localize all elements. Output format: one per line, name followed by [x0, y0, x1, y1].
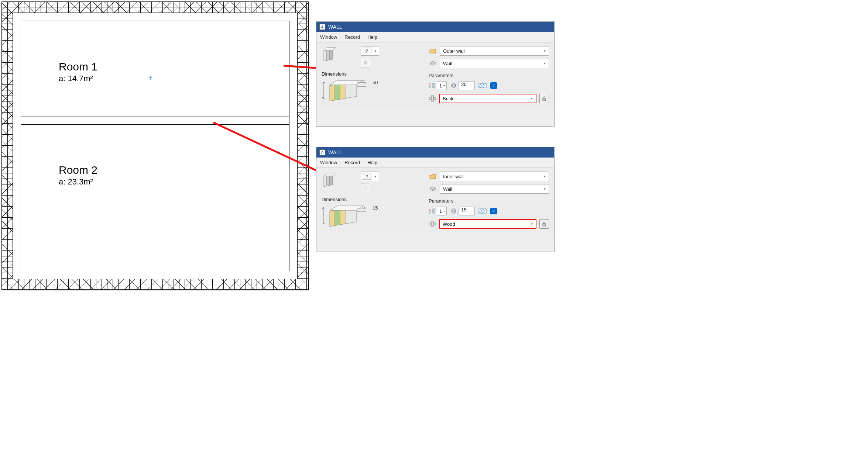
svg-rect-14 [335, 84, 340, 100]
svg-rect-39 [324, 176, 327, 187]
wall-type-dropdown[interactable]: Inner wall ▾ [440, 172, 549, 181]
layer-dropdown[interactable]: Wall ▾ [440, 59, 549, 68]
layer-count-value: 1 [439, 83, 442, 89]
help-dropdown[interactable]: ? ▾ [361, 172, 379, 181]
svg-text:2: 2 [429, 211, 430, 214]
material-dropdown[interactable]: Wood ▾ [439, 219, 536, 229]
svg-rect-37 [433, 97, 436, 100]
room2-name: Room 2 [59, 164, 97, 176]
menu-record[interactable]: Record [344, 160, 360, 165]
dimensions-label: Dimensions [322, 197, 421, 202]
svg-rect-70 [431, 221, 433, 227]
menu-window[interactable]: Window [320, 34, 337, 40]
layers-icon [429, 186, 437, 192]
hatch-checkbox[interactable]: ✓ [490, 82, 497, 89]
wall-panel-outer: A WALL Window Record Help ? [316, 21, 555, 127]
svg-rect-60 [433, 209, 435, 213]
wall-type-value: Inner wall [443, 174, 464, 179]
panel-body: ? ▾ Dimensions [316, 42, 554, 108]
chevron-down-icon: ▾ [372, 175, 379, 178]
svg-rect-25 [433, 83, 435, 88]
svg-rect-48 [330, 210, 335, 227]
svg-rect-15 [340, 83, 345, 99]
joint-icon [429, 95, 436, 102]
vertical-dimension-icon [322, 80, 326, 101]
wall-layers-icon [328, 205, 369, 227]
material-value: Brick [443, 96, 453, 101]
svg-rect-40 [327, 175, 330, 186]
svg-marker-55 [430, 187, 436, 190]
titlebar[interactable]: A WALL [316, 147, 554, 158]
lock-icon [542, 221, 546, 227]
room2-label-group: Room 2 a: 23.3m² [59, 164, 97, 187]
app-icon: A [319, 149, 325, 155]
wall-element-icon [322, 46, 338, 62]
question-icon: ? [362, 173, 371, 180]
wall-type-dropdown[interactable]: Outer wall ▾ [440, 46, 549, 56]
menubar: Window Record Help [316, 32, 554, 42]
parameters-label: Parameters [429, 73, 549, 78]
chevron-down-icon: ▾ [531, 97, 533, 100]
thickness-value: 20 [461, 82, 466, 87]
svg-marker-7 [324, 48, 336, 51]
chevron-down-icon: ▾ [531, 222, 533, 226]
layer-count-dropdown[interactable]: 1 ▾ [437, 207, 447, 215]
svg-rect-49 [335, 209, 340, 225]
chevron-down-icon: ▾ [544, 187, 546, 191]
lock-button[interactable] [539, 94, 549, 103]
svg-rect-72 [433, 223, 436, 225]
dimension-visual: 15 [322, 205, 421, 227]
menu-window[interactable]: Window [320, 160, 337, 165]
svg-marker-42 [324, 173, 336, 176]
lock-button[interactable] [539, 219, 549, 229]
svg-rect-4 [324, 50, 327, 61]
svg-rect-38 [543, 98, 546, 101]
chevron-down-icon: ▾ [544, 175, 546, 178]
help-dropdown[interactable]: ? ▾ [361, 46, 379, 56]
chevron-down-icon: ▾ [443, 84, 445, 87]
svg-rect-64 [453, 209, 455, 213]
room2-area: a: 23.3m² [59, 177, 97, 187]
parameters-label: Parameters [429, 198, 549, 204]
menu-help[interactable]: Help [367, 160, 377, 165]
room1-label-group: Room 1 a: 14.7m² [59, 61, 97, 83]
menu-help[interactable]: Help [367, 34, 377, 40]
chevron-down-icon: ▾ [544, 49, 546, 53]
dimension-visual: 50 [322, 80, 421, 101]
svg-rect-13 [330, 85, 335, 101]
titlebar[interactable]: A WALL [316, 22, 554, 32]
layer-count-dropdown[interactable]: 1 ▾ [437, 81, 447, 90]
thickness-input[interactable]: 20 [459, 81, 475, 90]
svg-rect-50 [340, 208, 345, 225]
svg-rect-35 [431, 96, 433, 101]
freeze-button[interactable] [361, 183, 370, 193]
chevron-down-icon: ▾ [443, 210, 445, 213]
app-icon: A [319, 24, 325, 30]
svg-text:1: 1 [429, 83, 430, 86]
layer-count-icon: 1 2 [429, 208, 435, 214]
layers-icon [429, 60, 437, 67]
svg-marker-20 [430, 61, 436, 64]
thickness-input[interactable]: 15 [459, 207, 475, 215]
svg-rect-5 [327, 49, 330, 61]
material-dropdown[interactable]: Brick ▾ [439, 94, 536, 103]
menu-record[interactable]: Record [344, 34, 360, 40]
vertical-dimension-icon [322, 205, 326, 227]
freeze-button[interactable] [361, 58, 370, 68]
svg-text:2: 2 [429, 86, 430, 89]
wall-type-value: Outer wall [443, 48, 465, 54]
layer-value: Wall [443, 61, 452, 66]
question-icon: ? [362, 48, 371, 54]
lock-icon [542, 96, 546, 101]
thickness-icon [450, 208, 457, 214]
wall-element-icon [322, 172, 338, 188]
hatch-checkbox[interactable]: ✓ [490, 208, 497, 214]
layer-dropdown[interactable]: Wall ▾ [440, 184, 549, 194]
dimension-value: 15 [373, 205, 378, 211]
thickness-value: 15 [461, 207, 466, 213]
thickness-icon [450, 83, 457, 89]
svg-rect-73 [543, 224, 546, 226]
folder-icon [429, 173, 437, 180]
floorplan-drawing: Room 1 a: 14.7m² + Room 2 a: 23.3m² [1, 1, 309, 290]
layer-count-icon: 1 2 [429, 83, 435, 89]
